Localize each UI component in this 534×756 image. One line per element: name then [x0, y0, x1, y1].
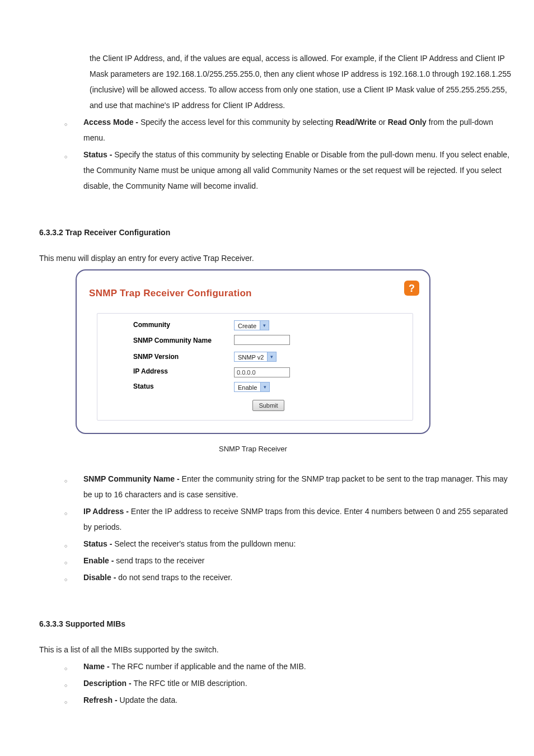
label-ip-address: IP Address [133, 367, 234, 376]
bullet-marker: ○ [64, 553, 83, 568]
term-mib-name: Name - [83, 662, 112, 671]
help-icon[interactable]: ? [404, 281, 419, 296]
section-intro-trap: This menu will display an entry for ever… [39, 250, 512, 266]
bullet-marker: ○ [64, 114, 83, 146]
select-status[interactable]: Enable ▾ [234, 382, 270, 392]
bullet-status-desc: ○ Status - Select the receiver's status … [64, 536, 512, 552]
bullet-marker: ○ [64, 536, 83, 552]
label-status: Status [133, 382, 234, 391]
text-mib-name: The RFC number if applicable and the nam… [112, 662, 306, 671]
input-ip-address[interactable]: 0.0.0.0 [234, 367, 290, 377]
text-ip-address: Enter the IP address to receive SNMP tra… [83, 507, 508, 531]
bullet-disable: ○ Disable - do not send traps to the rec… [64, 570, 512, 585]
bullet-snmp-community-name: ○ SNMP Community Name - Enter the commun… [64, 471, 512, 502]
term-mib-description: Description - [83, 679, 133, 688]
bullet-status-community: ○ Status - Specify the status of this co… [64, 147, 512, 194]
bullet-mib-name: ○ Name - The RFC number if applicable an… [64, 659, 512, 674]
text-mib-description: The RFC title or MIB description. [133, 679, 247, 688]
term-access-mode: Access Mode - [83, 118, 140, 127]
chevron-down-icon: ▾ [260, 382, 269, 391]
bullet-marker: ○ [64, 659, 83, 674]
term-ip-address: IP Address - [83, 507, 131, 516]
section-intro-mibs: This is a list of all the MIBs supported… [39, 642, 512, 657]
chevron-down-icon: ▾ [267, 352, 276, 361]
bullet-marker: ○ [64, 692, 83, 708]
bullet-ip-address: ○ IP Address - Enter the IP address to r… [64, 503, 512, 535]
figure-panel-trap: SNMP Trap Receiver Configuration ? Commu… [76, 269, 430, 434]
term-disable: Disable - [83, 573, 118, 582]
term-status: Status - [83, 150, 114, 159]
label-snmp-name: SNMP Community Name [133, 337, 234, 346]
text-access-mode-a: Specify the access level for this commun… [140, 118, 336, 127]
submit-button[interactable]: Submit [252, 400, 284, 411]
select-snmp-version[interactable]: SNMP v2 ▾ [234, 352, 277, 362]
select-status-value: Enable [235, 382, 260, 391]
text-status-desc: Select the receiver's status from the pu… [114, 539, 296, 548]
bullet-marker: ○ [64, 570, 83, 585]
select-snmp-version-value: SNMP v2 [235, 352, 267, 361]
bullet-marker: ○ [64, 675, 83, 691]
bullet-marker: ○ [64, 503, 83, 535]
label-community: Community [133, 321, 234, 330]
text-status: Specify the status of this community by … [83, 150, 509, 190]
text-enable: send traps to the receiver [116, 556, 204, 565]
term-snmp-community-name: SNMP Community Name - [83, 474, 182, 483]
term-status-desc: Status - [83, 539, 114, 548]
panel-title: SNMP Trap Receiver Configuration [87, 281, 252, 303]
term-read-only: Read Only [388, 118, 427, 127]
ip-mask-paragraph-text: the Client IP Address, and, if the value… [90, 54, 511, 110]
text-disable: do not send traps to the receiver. [118, 573, 232, 582]
bullet-mib-description: ○ Description - The RFC title or MIB des… [64, 675, 512, 691]
text-access-mode-or: or [378, 118, 387, 127]
term-enable: Enable - [83, 556, 116, 565]
bullet-marker: ○ [64, 471, 83, 502]
figure-trap: SNMP Trap Receiver Configuration ? Commu… [76, 269, 512, 456]
section-title-mibs: 6.3.3.3 Supported MIBs [39, 616, 512, 632]
text-mib-refresh: Update the data. [120, 696, 178, 704]
bullet-marker: ○ [64, 147, 83, 194]
figure-caption: SNMP Trap Receiver [76, 442, 430, 456]
select-community-value: Create [235, 321, 260, 330]
help-icon-glyph: ? [409, 283, 415, 293]
select-community[interactable]: Create ▾ [234, 320, 269, 330]
term-mib-refresh: Refresh - [83, 696, 120, 704]
section-title-trap: 6.3.3.2 Trap Receiver Configuration [39, 225, 512, 240]
bullet-mib-refresh: ○ Refresh - Update the data. [64, 692, 512, 708]
input-snmp-name[interactable] [234, 335, 290, 345]
term-read-write: Read/Write [336, 118, 377, 127]
bullet-enable: ○ Enable - send traps to the receiver [64, 553, 512, 568]
chevron-down-icon: ▾ [260, 321, 269, 330]
panel-form: Community Create ▾ SNMP Community Name [97, 313, 413, 421]
label-snmp-version: SNMP Version [133, 353, 234, 362]
bullet-access-mode: ○ Access Mode - Specify the access level… [64, 114, 512, 146]
ip-mask-paragraph: the Client IP Address, and, if the value… [90, 50, 512, 113]
